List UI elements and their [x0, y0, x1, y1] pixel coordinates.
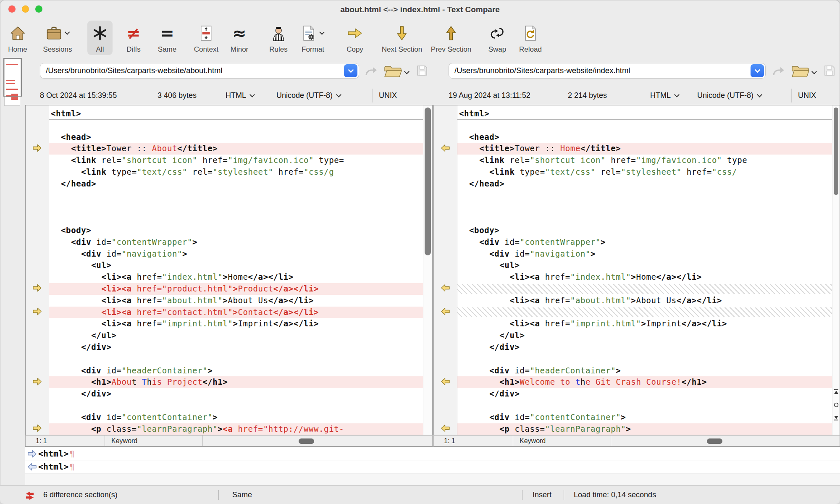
left-horizontal-scrollbar-thumb[interactable]	[299, 438, 314, 444]
toolbar-item-label: Same	[158, 45, 176, 54]
gutter-cell	[434, 225, 457, 236]
titlebar: about.html <--> index.html - Text Compar…	[0, 0, 840, 18]
missing-lines-placeholder	[457, 307, 832, 318]
toolbar-item-next-section[interactable]: Next Section	[376, 21, 428, 55]
folder-dropdown-chevron-icon[interactable]	[405, 69, 409, 76]
right-line-ending-label: UNIX	[798, 86, 816, 105]
gutter-cell	[434, 190, 457, 202]
merge-arrow-right-icon[interactable]	[32, 144, 42, 154]
right-path-dropdown-button[interactable]	[751, 64, 764, 77]
right-pane-footer: 1: 1 Keyword	[433, 435, 840, 446]
code-line: <li><a href="index.html">Home</a></li>	[49, 271, 423, 283]
right-scrollbar-thumb[interactable]	[834, 108, 838, 195]
gutter-cell	[26, 166, 49, 178]
toolbar-item-swap[interactable]: Swap	[483, 21, 512, 55]
diff-count: 6 difference section(s)	[43, 486, 118, 504]
toolbar-item-home[interactable]: Home	[3, 21, 32, 55]
chevron-down-icon	[754, 69, 761, 73]
right-vertical-scrollbar[interactable]	[832, 105, 840, 435]
toolbar-item-copy[interactable]: Copy	[341, 21, 369, 55]
reveal-arrow-icon[interactable]	[365, 66, 377, 78]
merge-arrow-right-icon[interactable]	[32, 424, 42, 434]
left-vertical-scrollbar[interactable]	[423, 105, 432, 435]
edit-mode-label: Insert	[533, 486, 551, 504]
right-code-area[interactable]: <html> <head> <title>Tower :: Home</titl…	[457, 105, 832, 435]
toolbar-item-sessions[interactable]: Sessions	[38, 21, 78, 55]
toolbar-item-label: Copy	[346, 45, 363, 54]
rules-icon	[271, 22, 286, 44]
gutter-cell	[26, 330, 49, 341]
save-button[interactable]	[417, 65, 428, 78]
merge-arrow-left-icon[interactable]	[441, 424, 450, 434]
sessions-icon	[46, 22, 69, 44]
toolbar-item-label: Next Section	[382, 45, 422, 54]
toolbar-item-all[interactable]: All	[87, 21, 113, 55]
code-line: <div id="headerContainer">	[457, 365, 832, 377]
detail-row-left-line[interactable]: <html> ¶	[25, 447, 840, 460]
toolbar-item-minor[interactable]: ≈Minor	[225, 21, 254, 55]
merge-arrow-left-icon[interactable]	[441, 284, 450, 294]
toolbar-item-label: Format	[302, 45, 324, 54]
left-format-dropdown[interactable]: HTML	[226, 86, 254, 105]
chevron-down-icon	[674, 92, 680, 97]
left-path-dropdown-button[interactable]	[344, 64, 357, 77]
right-horizontal-scrollbar-thumb[interactable]	[707, 438, 722, 444]
toolbar-item-rules[interactable]: Rules	[264, 21, 293, 55]
toolbar-item-same[interactable]: =Same	[152, 21, 182, 55]
code-line: <title>Tower :: Home</title>	[457, 143, 832, 155]
gutter-cell	[26, 131, 49, 143]
left-scrollbar-thumb[interactable]	[425, 108, 431, 255]
gutter-cell	[26, 236, 49, 248]
current-diff-marker-icon[interactable]	[834, 402, 839, 409]
code-line: <html>	[457, 108, 832, 120]
open-folder-button[interactable]	[791, 64, 810, 80]
prev-section-icon	[445, 22, 457, 44]
toolbar-item-prev-section[interactable]: Prev Section	[425, 21, 477, 55]
right-format-dropdown[interactable]: HTML	[650, 86, 679, 105]
toolbar-item-format[interactable]: Format	[296, 21, 330, 55]
right-encoding-dropdown[interactable]: Unicode (UTF-8)	[697, 86, 761, 105]
window-title: about.html <--> index.html - Text Compar…	[0, 0, 840, 19]
left-match-mode[interactable]: Keyword	[105, 436, 202, 446]
code-line: <h1>About This Project</h1>	[49, 376, 423, 388]
gutter-cell	[26, 400, 49, 412]
toolbar-item-diffs[interactable]: ≠Diffs	[121, 21, 146, 55]
merge-arrow-right-icon[interactable]	[32, 377, 42, 388]
merge-arrow-left-icon	[26, 462, 37, 471]
code-line: <li><a href="imprint.html">Imprint</a></…	[457, 318, 832, 330]
gutter-cell	[434, 248, 457, 260]
code-line	[49, 353, 423, 365]
chevron-down-icon	[320, 29, 325, 35]
right-file-path-field[interactable]: /Users/brunobrito/Sites/carparts-website…	[449, 63, 766, 79]
code-line: <body>	[457, 225, 832, 236]
code-line: <li><a href="about.html">About Us</a></l…	[457, 295, 832, 307]
open-folder-button[interactable]	[384, 64, 402, 80]
merge-arrow-left-icon[interactable]	[441, 144, 450, 154]
detail-row-right-line[interactable]: <html> ¶	[25, 460, 840, 473]
folder-dropdown-chevron-icon[interactable]	[812, 69, 816, 76]
scroll-to-top-diff-button[interactable]	[834, 388, 839, 396]
gutter-cell	[26, 365, 49, 377]
gutter-cell	[26, 295, 49, 307]
toolbar-item-label: Rules	[269, 45, 287, 54]
save-button[interactable]	[824, 65, 835, 78]
left-encoding-dropdown[interactable]: Unicode (UTF-8)	[276, 86, 341, 105]
gutter-cell	[26, 341, 49, 353]
merge-arrow-left-icon[interactable]	[441, 307, 450, 318]
code-line	[49, 213, 423, 225]
merge-arrow-left-icon[interactable]	[441, 377, 450, 388]
reveal-arrow-icon[interactable]	[772, 66, 785, 78]
toolbar-item-reload[interactable]: Reload	[514, 21, 547, 55]
right-match-mode[interactable]: Keyword	[513, 436, 611, 446]
left-file-path-field[interactable]: /Users/brunobrito/Sites/carparts-website…	[40, 63, 359, 79]
left-line-ending-label: UNIX	[379, 86, 397, 105]
scroll-to-bottom-diff-button[interactable]	[834, 415, 839, 422]
pilcrow-mark: ¶	[69, 462, 74, 472]
merge-arrow-right-icon[interactable]	[32, 284, 42, 294]
toolbar-item-label: Sessions	[43, 45, 72, 54]
toolbar-item-context[interactable]: Context	[189, 21, 224, 55]
code-line	[457, 190, 832, 202]
left-code-area[interactable]: <html> <head> <title>Tower :: About</tit…	[49, 105, 423, 435]
merge-arrow-right-icon[interactable]	[32, 307, 42, 318]
code-line: </div>	[49, 341, 423, 353]
